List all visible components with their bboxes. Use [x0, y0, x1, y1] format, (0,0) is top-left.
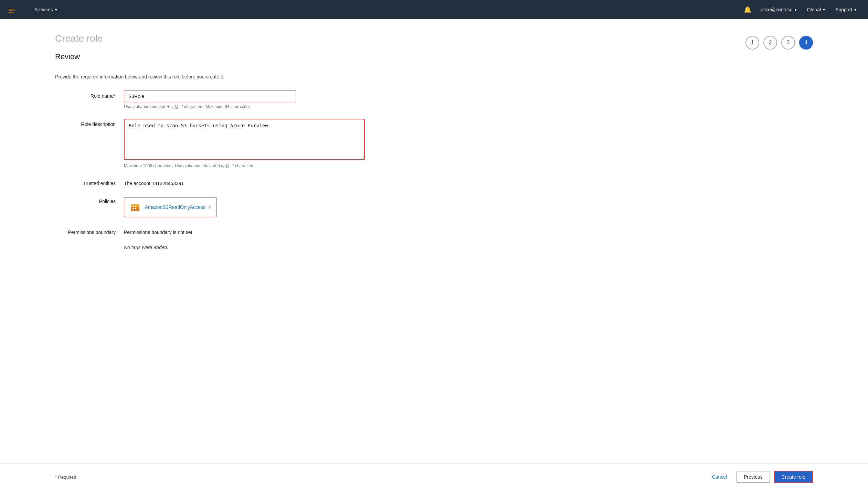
services-label: Services — [34, 7, 53, 12]
section-title: Review — [55, 52, 813, 61]
trusted-entities-field: The account 181328463391 — [124, 178, 365, 186]
permissions-boundary-field: Permissions boundary is not set — [124, 227, 365, 235]
services-nav-item[interactable]: Services ▼ — [30, 0, 62, 19]
role-name-row: Role name* Use alphanumeric and '+=,.@-_… — [55, 90, 813, 109]
permissions-boundary-value: Permissions boundary is not set — [124, 227, 365, 235]
role-name-input[interactable] — [124, 90, 296, 102]
policies-label: Policies — [55, 196, 124, 204]
policies-field: AmazonS3ReadOnlyAccess ↗ — [124, 196, 365, 217]
previous-button[interactable]: Previous — [737, 471, 770, 483]
user-chevron-icon: ▼ — [794, 8, 797, 12]
cancel-button[interactable]: Cancel — [707, 471, 733, 482]
create-role-button[interactable]: Create role — [774, 471, 813, 483]
svg-rect-3 — [133, 206, 134, 207]
support-menu[interactable]: Support ▼ — [831, 0, 861, 19]
region-menu[interactable]: Global ▼ — [803, 0, 830, 19]
policy-name: AmazonS3ReadOnlyAccess — [145, 204, 205, 210]
instructions: Provide the required information below a… — [55, 74, 813, 79]
support-label: Support — [835, 7, 852, 12]
bell-icon[interactable]: 🔔 — [740, 6, 755, 13]
role-description-hint: Maximum 1000 characters. Use alphanumeri… — [124, 163, 365, 168]
user-label: alice@contoso — [761, 7, 793, 12]
navbar: aws Services ▼ 🔔 alice@contoso ▼ Global … — [0, 0, 868, 19]
region-label: Global — [807, 7, 821, 12]
role-description-label: Role description — [55, 119, 124, 127]
trusted-entities-row: Trusted entities The account 18132846339… — [55, 178, 813, 186]
role-description-row: Role description Role used to scan S3 bu… — [55, 119, 813, 168]
step-1[interactable]: 1 — [745, 36, 759, 50]
page-title: Create role — [55, 33, 813, 44]
permissions-boundary-row: Permissions boundary Permissions boundar… — [55, 227, 813, 235]
footer-bar: * Required Cancel Previous Create role — [0, 464, 868, 490]
aws-logo-icon: aws — [7, 4, 23, 15]
policy-link[interactable]: AmazonS3ReadOnlyAccess ↗ — [145, 204, 211, 210]
s3-policy-icon — [130, 202, 141, 213]
title-row: Create role 1 2 3 4 — [55, 33, 813, 52]
svg-rect-4 — [135, 206, 136, 207]
content-area: Create role 1 2 3 4 Review Provide the r… — [0, 19, 868, 464]
nav-right: 🔔 alice@contoso ▼ Global ▼ Support ▼ — [740, 0, 861, 19]
role-name-field: Use alphanumeric and '+=,.@-_' character… — [124, 90, 365, 109]
aws-logo-container[interactable]: aws — [7, 4, 23, 15]
step-3[interactable]: 3 — [781, 36, 795, 50]
svg-rect-6 — [135, 208, 136, 209]
step-indicators: 1 2 3 4 — [745, 36, 813, 50]
required-note: * Required — [55, 475, 76, 480]
role-name-label: Role name* — [55, 90, 124, 99]
step-2[interactable]: 2 — [763, 36, 777, 50]
footer-actions: Cancel Previous Create role — [707, 471, 813, 483]
services-chevron-icon: ▼ — [54, 8, 58, 12]
role-name-hint: Use alphanumeric and '+=,.@-_' character… — [124, 104, 365, 109]
support-chevron-icon: ▼ — [854, 8, 857, 12]
step-4-active[interactable]: 4 — [799, 36, 813, 50]
user-menu[interactable]: alice@contoso ▼ — [757, 0, 802, 19]
role-description-field: Role used to scan S3 buckets using Azure… — [124, 119, 365, 168]
no-tags-message: No tags were added. — [124, 245, 813, 250]
region-chevron-icon: ▼ — [822, 8, 826, 12]
trusted-entities-value: The account 181328463391 — [124, 178, 365, 186]
role-description-input[interactable]: Role used to scan S3 buckets using Azure… — [124, 119, 365, 160]
external-link-icon: ↗ — [208, 205, 211, 210]
policy-box: AmazonS3ReadOnlyAccess ↗ — [124, 197, 217, 217]
main-wrapper: Create role 1 2 3 4 Review Provide the r… — [0, 19, 868, 490]
trusted-entities-label: Trusted entities — [55, 178, 124, 186]
svg-rect-5 — [133, 208, 134, 209]
section-divider — [55, 64, 813, 64]
svg-text:aws: aws — [8, 8, 15, 12]
permissions-boundary-label: Permissions boundary — [55, 227, 124, 235]
policies-row: Policies AmazonS3ReadOnlyAccess — [55, 196, 813, 217]
